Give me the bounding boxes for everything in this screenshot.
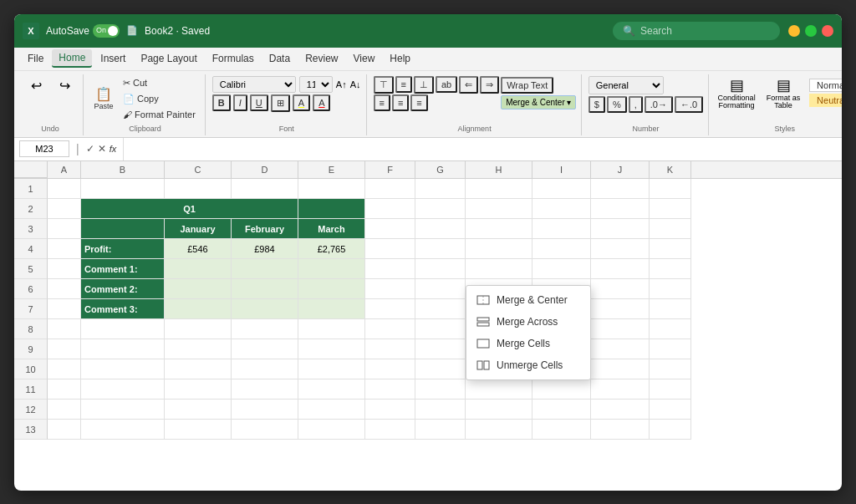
font-selector[interactable]: Calibri (212, 76, 296, 93)
formula-check-icon[interactable]: ✓ (86, 143, 94, 155)
normal-style[interactable]: Normal (809, 79, 842, 92)
cell-j1[interactable] (591, 179, 650, 199)
merge-across-option[interactable]: Merge Across (466, 311, 590, 333)
maximize-button[interactable] (805, 25, 817, 37)
cell-k4[interactable] (650, 239, 691, 259)
menu-home[interactable]: Home (52, 49, 92, 68)
merge-cells-option[interactable]: Merge Cells (466, 333, 590, 354)
cell-e5[interactable] (298, 259, 365, 279)
cell-j2[interactable] (591, 199, 650, 219)
cell-i4[interactable] (532, 239, 591, 259)
align-middle-button[interactable]: ≡ (395, 76, 412, 93)
increase-font-icon[interactable]: A↑ (336, 79, 347, 89)
cell-d5[interactable] (232, 259, 298, 279)
cell-e1[interactable] (298, 179, 365, 199)
font-size-selector[interactable]: 11 (299, 76, 333, 93)
cell-h1[interactable] (466, 179, 532, 199)
cell-b7[interactable]: Comment 3: (81, 299, 165, 319)
cell-c1[interactable] (165, 179, 232, 199)
cell-j4[interactable] (591, 239, 650, 259)
cell-a7[interactable] (48, 299, 81, 319)
italic-button[interactable]: I (233, 94, 247, 111)
neutral-style[interactable]: Neutral (809, 94, 842, 107)
cell-c7[interactable] (165, 299, 232, 319)
cell-b2[interactable]: Q1 (81, 199, 298, 219)
formula-cancel-icon[interactable]: ✕ (98, 143, 106, 155)
col-header-e[interactable]: E (298, 161, 365, 178)
cell-a5[interactable] (48, 259, 81, 279)
cell-g3[interactable] (415, 219, 466, 239)
wrap-text-button[interactable]: Wrap Text (501, 77, 553, 94)
font-color-button[interactable]: A (313, 94, 330, 111)
cut-button[interactable]: ✂ Cut (119, 76, 200, 90)
cell-e7[interactable] (298, 299, 365, 319)
percent-button[interactable]: % (607, 96, 627, 113)
autosave-toggle[interactable]: On (93, 24, 120, 38)
cell-g2[interactable] (415, 199, 466, 219)
cell-i3[interactable] (532, 219, 591, 239)
col-header-c[interactable]: C (165, 161, 232, 178)
cell-d3[interactable]: February (232, 219, 298, 239)
indent-increase-button[interactable]: ⇒ (480, 76, 499, 94)
cell-d4[interactable]: £984 (232, 239, 298, 259)
unmerge-cells-option[interactable]: Unmerge Cells (466, 354, 590, 376)
cell-i2[interactable] (532, 199, 591, 219)
decrease-font-icon[interactable]: A↓ (350, 79, 361, 89)
decrease-decimal-button[interactable]: ←.0 (675, 96, 703, 113)
cell-k1[interactable] (650, 179, 691, 199)
menu-review[interactable]: Review (298, 50, 344, 67)
menu-file[interactable]: File (21, 50, 50, 67)
menu-help[interactable]: Help (383, 50, 417, 67)
accounting-button[interactable]: $ (588, 96, 605, 113)
align-right-button[interactable]: ≡ (410, 94, 427, 111)
cell-g6[interactable] (415, 279, 466, 299)
text-direction-button[interactable]: ab (436, 76, 457, 93)
cell-i5[interactable] (532, 259, 591, 279)
menu-data[interactable]: Data (262, 50, 297, 67)
cell-c6[interactable] (165, 279, 232, 299)
minimize-button[interactable] (788, 25, 800, 37)
cell-e6[interactable] (298, 279, 365, 299)
underline-button[interactable]: U (250, 94, 268, 111)
cell-g7[interactable] (415, 299, 466, 319)
cell-b3[interactable] (81, 219, 165, 239)
bold-button[interactable]: B (212, 94, 231, 111)
fill-color-button[interactable]: A (293, 94, 310, 111)
border-button[interactable]: ⊞ (271, 94, 290, 112)
cell-c5[interactable] (165, 259, 232, 279)
col-header-f[interactable]: F (365, 161, 415, 178)
cell-k6[interactable] (650, 279, 691, 299)
cell-e3[interactable]: March (298, 219, 365, 239)
cell-f2[interactable] (365, 199, 415, 219)
cell-k2[interactable] (650, 199, 691, 219)
paste-button[interactable]: 📋 Paste (90, 84, 117, 112)
cell-a2[interactable] (48, 199, 81, 219)
cell-a4[interactable] (48, 239, 81, 259)
format-as-table-button[interactable]: ▤ Format as Table (762, 76, 804, 111)
align-left-button[interactable]: ≡ (374, 94, 390, 111)
cell-h3[interactable] (466, 219, 532, 239)
increase-decimal-button[interactable]: .0→ (645, 96, 673, 113)
cell-b1[interactable] (81, 179, 165, 199)
menu-page-layout[interactable]: Page Layout (134, 50, 203, 67)
menu-formulas[interactable]: Formulas (206, 50, 261, 67)
undo-button[interactable]: ↩ (23, 76, 49, 95)
merge-center-dropdown-icon[interactable]: ▾ (567, 98, 571, 107)
comma-button[interactable]: , (629, 96, 643, 113)
cell-k7[interactable] (650, 299, 691, 319)
col-header-b[interactable]: B (81, 161, 165, 178)
align-top-button[interactable]: ⊤ (374, 76, 394, 94)
cell-d6[interactable] (232, 279, 298, 299)
col-header-g[interactable]: G (415, 161, 466, 178)
cell-f3[interactable] (365, 219, 415, 239)
cell-h5[interactable] (466, 259, 532, 279)
conditional-formatting-button[interactable]: ▤ Conditional Formatting (716, 76, 757, 111)
col-header-k[interactable]: K (650, 161, 691, 178)
cell-h2[interactable] (466, 199, 532, 219)
cell-g4[interactable] (415, 239, 466, 259)
align-center-button[interactable]: ≡ (392, 94, 409, 111)
col-header-h[interactable]: H (466, 161, 532, 178)
col-header-a[interactable]: A (48, 161, 81, 178)
cell-reference-input[interactable] (19, 140, 69, 157)
merge-center-option[interactable]: Merge & Center (466, 289, 590, 311)
